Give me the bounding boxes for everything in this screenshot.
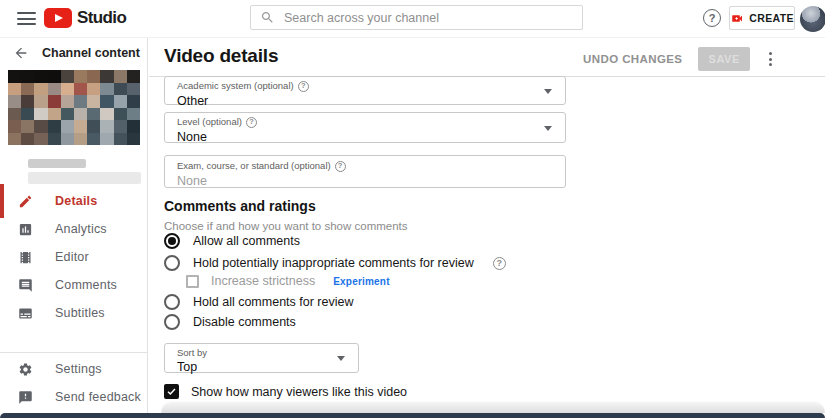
logo-text: Studio	[77, 8, 126, 28]
create-button[interactable]: CREATE	[729, 6, 795, 30]
increase-strictness-checkbox-row[interactable]: Increase strictness Experiment	[186, 274, 390, 288]
save-button[interactable]: SAVE	[698, 47, 750, 71]
sidebar-item-label: Editor	[55, 250, 89, 264]
sidebar-item-label: Details	[55, 194, 97, 208]
sidebar-item-details[interactable]: Details	[0, 187, 147, 215]
exam-course-standard-field[interactable]: Exam, course, or standard (optional) ? N…	[164, 155, 566, 188]
field-value: None	[177, 130, 553, 145]
sidebar-item-comments[interactable]: Comments	[0, 271, 147, 299]
sidebar: Channel content Details Analytics Editor…	[0, 38, 148, 418]
field-label: Level (optional)	[177, 117, 242, 127]
radio-disable-comments[interactable]: Disable comments	[164, 313, 296, 331]
sidebar-item-send-feedback[interactable]: Send feedback	[0, 383, 147, 411]
channel-search-box[interactable]	[250, 5, 583, 30]
field-label: Academic system (optional)	[177, 81, 294, 91]
editor-icon	[18, 250, 33, 265]
main-content: Video details UNDO CHANGES SAVE Academic…	[149, 38, 825, 418]
create-label: CREATE	[749, 12, 794, 24]
field-value: None	[177, 174, 553, 189]
checkbox-label: Show how many viewers like this video	[191, 385, 407, 399]
radio-allow-all-comments[interactable]: Allow all comments	[164, 232, 300, 250]
help-icon[interactable]: ?	[246, 117, 257, 128]
checkbox-checked-icon[interactable]	[164, 384, 179, 399]
field-value: Other	[177, 94, 553, 109]
academic-system-dropdown[interactable]: Academic system (optional) ? Other	[164, 76, 566, 105]
radio-icon[interactable]	[164, 255, 180, 271]
video-subtitle-redacted	[28, 172, 141, 184]
radio-icon[interactable]	[164, 233, 180, 249]
checkbox-icon[interactable]	[186, 275, 199, 288]
account-avatar[interactable]	[800, 6, 825, 32]
sidebar-divider	[0, 352, 147, 353]
chevron-down-icon	[544, 89, 552, 94]
radio-label: Disable comments	[193, 315, 296, 329]
bottom-window-edge	[0, 413, 825, 418]
field-label: Sort by	[177, 348, 207, 358]
sidebar-item-settings[interactable]: Settings	[0, 355, 147, 383]
sidebar-item-label: Analytics	[55, 222, 107, 236]
pencil-icon	[18, 194, 33, 209]
search-input[interactable]	[284, 11, 573, 25]
studio-logo[interactable]: Studio	[44, 8, 126, 28]
field-value: Top	[177, 360, 346, 375]
next-section-edge	[161, 403, 825, 413]
radio-hold-inappropriate-comments[interactable]: Hold potentially inappropriate comments …	[164, 254, 506, 272]
gear-icon	[18, 362, 33, 377]
feedback-icon	[18, 390, 33, 405]
help-icon[interactable]: ?	[298, 81, 309, 92]
youtube-studio-app: Studio ? CREATE Channel content Details	[0, 0, 825, 418]
help-icon[interactable]: ?	[335, 161, 346, 172]
youtube-play-icon	[44, 8, 72, 28]
sidebar-item-label: Comments	[55, 278, 117, 292]
sidebar-nav: Details Analytics Editor Comments Subtit…	[0, 187, 147, 327]
page-title: Video details	[164, 45, 278, 67]
level-dropdown[interactable]: Level (optional) ? None	[164, 112, 566, 143]
analytics-icon	[18, 222, 33, 237]
radio-icon[interactable]	[164, 314, 180, 330]
back-arrow-icon[interactable]	[13, 45, 29, 61]
menu-hamburger-icon[interactable]	[17, 12, 36, 25]
back-label: Channel content	[42, 46, 140, 60]
video-thumbnail	[8, 70, 140, 145]
undo-changes-button[interactable]: UNDO CHANGES	[583, 53, 682, 65]
radio-label: Allow all comments	[193, 234, 300, 248]
show-likes-checkbox-row[interactable]: Show how many viewers like this video	[164, 384, 407, 399]
experiment-badge: Experiment	[333, 276, 389, 287]
sidebar-item-subtitles[interactable]: Subtitles	[0, 299, 147, 327]
sort-by-dropdown[interactable]: Sort by Top	[164, 343, 359, 373]
sidebar-item-editor[interactable]: Editor	[0, 243, 147, 271]
comments-icon	[18, 278, 33, 293]
sidebar-footer-nav: Settings Send feedback	[0, 355, 147, 411]
back-to-channel-content[interactable]: Channel content	[13, 45, 140, 61]
checkbox-label: Increase strictness	[211, 274, 315, 288]
field-label: Exam, course, or standard (optional)	[177, 161, 331, 171]
sidebar-item-label: Settings	[55, 362, 102, 376]
chevron-down-icon	[337, 356, 345, 361]
radio-label: Hold all comments for review	[193, 295, 353, 309]
video-title-redacted	[28, 159, 86, 168]
more-options-kebab-icon[interactable]	[766, 49, 775, 69]
app-header: Studio ? CREATE	[0, 0, 825, 38]
help-icon[interactable]: ?	[703, 9, 721, 27]
subtitles-icon	[18, 306, 33, 321]
sidebar-item-analytics[interactable]: Analytics	[0, 215, 147, 243]
radio-label: Hold potentially inappropriate comments …	[193, 256, 474, 270]
videocam-icon	[730, 12, 744, 25]
sidebar-item-label: Send feedback	[55, 390, 141, 404]
chevron-down-icon	[544, 126, 552, 131]
radio-icon[interactable]	[164, 294, 180, 310]
sidebar-item-label: Subtitles	[55, 306, 105, 320]
comments-section-title: Comments and ratings	[164, 198, 316, 214]
search-icon	[260, 10, 275, 25]
comments-section-subtitle: Choose if and how you want to show comme…	[164, 220, 408, 232]
help-icon[interactable]: ?	[493, 257, 506, 270]
radio-hold-all-comments[interactable]: Hold all comments for review	[164, 293, 353, 311]
header-actions: UNDO CHANGES SAVE	[583, 47, 775, 71]
